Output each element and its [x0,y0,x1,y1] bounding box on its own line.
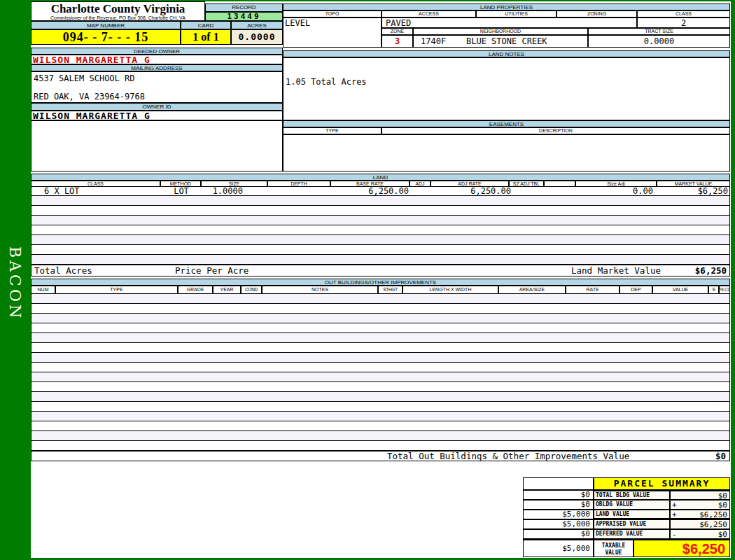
ps-value-obldg: + $0 [670,500,730,510]
card-header: CARD [181,21,231,29]
owner-id-header: OWNER ID [31,103,283,111]
total-acres-label: Total Acres [34,267,92,275]
ps-op-deferred: - [672,531,677,539]
empty-row [31,431,729,441]
empty-row [31,392,729,402]
land-notes-box: 1.05 Total Acres [283,57,730,120]
ps-value-land: + $6,250 [670,510,730,519]
ob-col-sthgt: STHGT [378,286,402,294]
ps-label-appraised: APPRAISED VALUE [594,519,670,529]
empty-row [31,196,729,206]
record-number: 13449 [205,12,283,21]
ob-col-type: TYPE [55,286,178,294]
ps-header-blank [523,477,594,490]
ps-prior-taxable: $5,000 [523,539,594,557]
ps-op-land: + [672,511,677,519]
card-value: 1 of 1 [181,29,231,45]
out-buildings-total-row: Total Out Buildings & Other Improvements… [31,451,730,461]
land-table-header: LAND [31,174,730,181]
county-header-box: Charlotte County Virginia Commissioner o… [31,1,205,21]
mailing-address-box: 4537 SALEM SCHOOL RD RED OAK, VA 23964-9… [31,71,283,103]
ob-col-area-size: AREA/SIZE [498,286,566,294]
ob-col-cond: COND [241,286,262,294]
parcel-summary-title: PARCEL SUMMARY [594,477,730,490]
empty-row [31,323,729,333]
ob-col-notes: NOTES [262,286,378,294]
land-table-empty-rows [31,196,730,265]
map-number-header: MAP NUMBER [31,21,181,29]
ps-amount-obldg: $0 [718,501,727,510]
empty-row [31,441,729,451]
empty-row [31,255,729,265]
empty-row [31,225,729,235]
ps-amount-taxable: $6,250 [634,539,730,557]
empty-row [31,216,729,225]
ob-col-rate: RATE [566,286,620,294]
commissioner-line: Commissioner of the Revenue, PO Box 308,… [31,15,204,21]
tract-size-value: 0.0000 [588,35,730,48]
map-number-value: 094- - 7- - - 15 [31,29,181,45]
land-col-market-value: MARKET VALUE [657,181,730,187]
land-row-adj-rate: 6,250.00 [431,187,512,195]
easements-header: EASEMENTS [283,120,730,127]
address-line-2: RED OAK, VA 23964-9768 [34,92,145,101]
land-row-base-rate: 6,250.00 [331,187,410,195]
land-notes-header: LAND NOTES [283,50,730,57]
empty-row [31,412,729,421]
out-buildings-header: OUT BUILDINGS/OTHER IMPROVEMENTS [31,279,730,286]
ob-col-s: S [708,286,719,294]
ps-value-appraised: $6,250 [670,519,730,529]
county-title: Charlotte County Virginia [31,2,204,15]
neighborhood-name: BLUE STONE CREEK [466,37,547,46]
ob-col-dep: DEP [620,286,652,294]
ps-value-deferred: - $0 [670,529,730,539]
access-column-header: ACCESS [382,10,476,18]
empty-row [31,363,729,372]
easements-box [283,134,730,172]
ps-prior-obldg: $0 [523,500,594,510]
ps-prior-land: $5,000 [523,510,594,519]
ps-prior-appraised: $5,000 [523,519,594,529]
empty-row [31,382,729,392]
class-value: 2 [637,18,730,28]
ob-col-value: VALUE [652,286,708,294]
ps-label-land: LAND VALUE [594,510,670,519]
neighborhood-code: 1740F [421,37,446,46]
empty-row [31,353,729,363]
land-col-adj: ADJ [410,181,430,187]
empty-row [31,294,729,304]
ps-amount-total-bldg: $0 [718,492,727,500]
empty-row [31,304,729,314]
land-col-method: METHOD [160,181,201,187]
topo-value: LEVEL [283,18,382,48]
empty-row [31,372,729,382]
land-note-text: 1.05 Total Acres [286,78,367,86]
empty-row [31,343,729,353]
zoning-column-header: ZONING [556,10,637,18]
ob-col-pct-comp: % COMP [719,286,730,294]
land-row-class: 6 X LOT [44,187,80,195]
ob-col-length-width: LENGTH X WIDTH [402,286,498,294]
land-market-value-label: Land Market Value [571,267,661,275]
empty-row [31,245,729,255]
record-header: RECORD [205,4,283,12]
land-col-class: CLASS [31,181,160,187]
acres-header: ACRES [231,21,283,29]
ob-col-grade: GRADE [178,286,213,294]
land-market-value: $6,250 [695,267,727,275]
land-col-adj-rate: ADJ RATE [430,181,509,187]
land-col-size: SIZE [201,181,267,187]
easement-description-header: DESCRIPTION [382,127,730,134]
ps-label-taxable: TAXABLE VALUE [594,539,634,557]
neighborhood-column-header: NEIGHBORHOOD [413,28,588,35]
land-col-depth: DEPTH [267,181,330,187]
empty-row [31,206,729,216]
ob-total-value: $0 [715,452,726,461]
property-record-card-page: BACON Charlotte County Virginia Commissi… [0,0,735,560]
land-row-market-value: $6,250 [657,187,730,195]
ps-amount-deferred: $0 [718,531,727,539]
out-buildings-empty-rows [31,294,730,451]
owner-id-value: WILSON MARGARETTA G [31,111,283,120]
ps-prior-total-bldg: $0 [523,490,594,500]
empty-row [31,333,729,343]
